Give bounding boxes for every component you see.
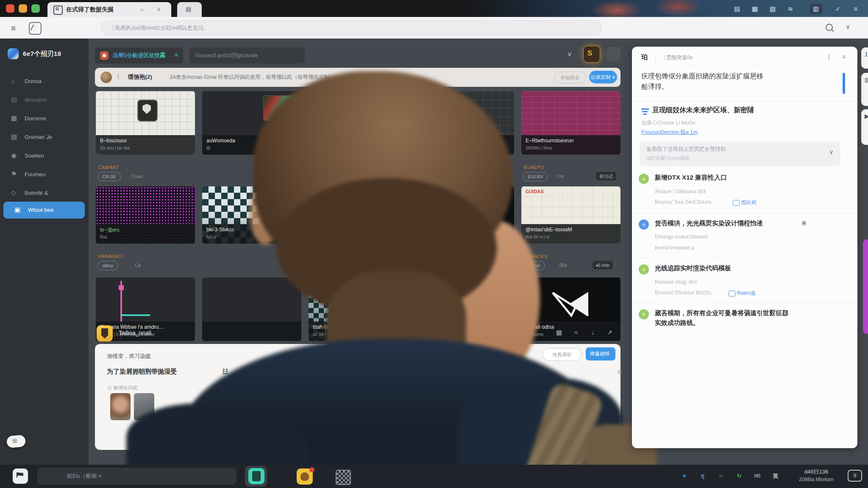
link-badge[interactable]: Roem底 xyxy=(737,290,756,297)
main-search-input[interactable]: Guvsecfi ando5菏gnzande xyxy=(189,47,305,64)
teal-app-icon[interactable] xyxy=(248,468,264,484)
edge-magenta-pill[interactable] xyxy=(863,239,868,334)
tag-pill[interactable]: otltxy xyxy=(97,261,118,270)
feature-link[interactable]: Fnsusa)Decnnn·䬻a 1m xyxy=(641,129,698,136)
gallery-card[interactable] xyxy=(202,277,301,341)
panel-menu-icon[interactable]: ≡ xyxy=(842,53,846,60)
taskbar-search[interactable]: 䬽Els（㭨畑 > xyxy=(37,468,236,485)
gallery-card[interactable]: Ec~RlnD'e–couve ap0 a0cs | oeamooeeorss1… xyxy=(415,186,514,244)
gallery-card[interactable]: Eoda xyxy=(309,91,408,155)
stats-icon[interactable]: ≋ xyxy=(784,4,797,14)
collapse-panel-icon[interactable]: ⟨ xyxy=(828,53,830,60)
gallery-card[interactable]: ttlah 0codsa· a0 04 | 4000s xyxy=(309,277,408,341)
hd-icon[interactable]: HD xyxy=(752,471,763,482)
collapsed-summary-box[interactable]: 峉㤅㦛了㳡㝵踩止营㶮皅长㙱㨃斟 㙊皅直㘚 Ounsa畑湖 ∨ xyxy=(640,141,840,166)
gallery-card[interactable]: auWomoeda tB xyxy=(202,91,301,155)
sidebar-item-docorne[interactable]: ▦ Docorne xyxy=(0,110,89,127)
edge-card-counter[interactable]: 1 xyxy=(861,47,868,69)
chat-bubble-icon[interactable]: 9 xyxy=(848,470,862,482)
sidebar-item-soeiten[interactable]: ◉ Soeiten xyxy=(0,147,89,164)
grid-view-icon[interactable]: ▦ xyxy=(553,327,565,338)
pinned-tab[interactable]: ▤ xyxy=(177,2,202,17)
chevron-down-icon[interactable]: ∨ xyxy=(829,148,834,156)
back-icon[interactable]: ⟨ xyxy=(117,72,120,80)
sidebar-item-discounts[interactable]: ▤ diccuims xyxy=(0,92,89,108)
gallery-icon[interactable]: ▤ xyxy=(731,4,743,14)
chart-icon[interactable]: ≈ xyxy=(570,327,582,338)
gallery-card[interactable]: ltr~㵥ers Rss xyxy=(96,186,195,244)
filter-pill[interactable]: 品帮5分龄进区欣技靐 ≡ xyxy=(95,47,183,64)
gallery-card[interactable]: Nsa xyxy=(309,186,408,244)
maximize-window-button[interactable] xyxy=(31,4,40,13)
sidebar-item-foumeu[interactable]: ⚑ Foumeu xyxy=(0,166,89,183)
gallery-card[interactable]: GUIDAS @imiao'obE–toxseM t6al t0i~s | vt xyxy=(521,186,620,244)
ime-icon[interactable]: 英 xyxy=(770,471,781,482)
collapse-chevron-icon[interactable]: ∨ xyxy=(567,50,572,58)
app-logo-icon[interactable] xyxy=(29,22,42,35)
tag-pill[interactable]: 00als xyxy=(417,261,437,270)
secondary-button[interactable]: 本似排合 xyxy=(554,72,586,83)
tag-label: KUAEPO xyxy=(524,165,544,170)
start-button[interactable] xyxy=(13,469,28,484)
share-icon[interactable]: ↗ xyxy=(604,327,616,338)
active-app-glow-icon[interactable]: S xyxy=(583,46,600,63)
gallery-card[interactable]: bki-3-Stvkss tv0 tv xyxy=(202,186,301,244)
sidebar-item-home[interactable]: ⌂ Donoa xyxy=(0,73,89,90)
avatar[interactable] xyxy=(100,72,112,83)
teal-pill-white[interactable]: 688s xyxy=(384,169,404,179)
gray-thumbnail[interactable] xyxy=(134,393,154,420)
archive-icon[interactable]: ▦ xyxy=(748,4,761,14)
close-window-button[interactable] xyxy=(6,4,14,13)
sidebar-item-gnimier[interactable]: ▧ Gnimier Je xyxy=(0,129,89,146)
sidebar-item-wtoolbee-selected[interactable]: ▣ Wtool bee xyxy=(3,202,85,219)
section-label: Tailioa_nnali xyxy=(119,330,151,336)
composer-primary-button[interactable]: 降重鄀㤉· xyxy=(586,347,615,360)
recycle-icon[interactable]: ↻ xyxy=(734,471,745,482)
portrait-thumbnail[interactable] xyxy=(110,393,131,420)
assistant-app-icon[interactable] xyxy=(97,325,113,341)
clipboard-icon[interactable]: ▥ xyxy=(810,4,822,14)
cat-icon[interactable]: ∩ xyxy=(715,471,726,482)
browser-tab[interactable]: 在式得了数据失掘 ≋ ∨ xyxy=(47,2,171,17)
edge-card-media[interactable]: ▶ xyxy=(861,109,868,145)
search-icon[interactable] xyxy=(826,24,833,31)
toolbar-chevron-icon[interactable]: ∨ xyxy=(846,23,850,30)
clock-date[interactable]: 2086la Min4om xyxy=(787,477,846,482)
menu-icon[interactable]: ≡ xyxy=(849,4,862,14)
clock-time[interactable]: d49日136 xyxy=(787,468,846,476)
ghost-app-icon[interactable] xyxy=(606,47,620,61)
browser-toolbar: ≡ 〔渤鼎的Jod湖rent出分㸚m碼以悤玄法。 ∨ xyxy=(0,17,868,39)
tag-text: Ctv xyxy=(557,174,564,179)
minimize-window-button[interactable] xyxy=(19,4,27,13)
gallery-card[interactable]: B~foscnuso 2ts avu | tsc 4ta xyxy=(96,91,195,155)
gallery-card[interactable]: lu-be2rd' Qloocnsea a00 4tt xyxy=(415,277,514,341)
edge-card-tools[interactable]: ▤ xyxy=(861,73,868,106)
tag-text: Cuuu xyxy=(131,174,142,179)
gallery-card[interactable]: E~Rtwthsurrotseorun 0t00Ws | 9ves xyxy=(521,91,620,155)
browser-icon[interactable]: tj xyxy=(697,471,708,482)
tag-pill[interactable]: ÷GRK xyxy=(417,172,439,181)
link-badge[interactable]: 围壯程 xyxy=(741,199,757,206)
hamburger-icon[interactable]: ≡ xyxy=(11,24,16,33)
primary-dropdown-button[interactable]: 以依定制 ∨ xyxy=(589,71,617,83)
tag-pill[interactable]: CR-9E xyxy=(97,172,121,181)
scrollbar-thumb[interactable] xyxy=(843,73,845,94)
template-selection-card[interactable]: Cuuv 688s xyxy=(316,159,409,190)
filter-menu-icon[interactable]: ≡ xyxy=(175,52,178,58)
check-icon[interactable]: ✓ xyxy=(832,4,844,14)
send-icon[interactable]: ✈ xyxy=(679,471,690,482)
compose-icon[interactable]: ▧ xyxy=(766,4,779,14)
download-icon[interactable]: ↓ xyxy=(587,327,599,338)
qr-app-icon[interactable] xyxy=(336,470,351,485)
tag-pill[interactable]: 0avv0 xyxy=(523,261,545,270)
panel-tab-secondary[interactable]: 〈雲熊突逼0s xyxy=(661,54,693,61)
url-bar[interactable]: 〔渤鼎的Jod湖rent出分㸚m碼以悤玄法。 xyxy=(101,20,602,36)
gallery-card[interactable]: 2r~Bawdo U'91F 0000m0 | Mty 60s xyxy=(415,91,514,155)
tab-chevron-icon[interactable]: ∨ xyxy=(157,6,161,12)
pinned-tab-icon: ▤ xyxy=(186,6,191,12)
teal-pill-gray[interactable]: Cuuv xyxy=(322,169,342,180)
tag-pill[interactable]: EULRV xyxy=(523,172,548,181)
sidebar-item-botmfe[interactable]: ◇ Botmfé & xyxy=(0,185,89,202)
panel-tab-active[interactable]: 珀 xyxy=(641,53,648,61)
composer-secondary-button[interactable]: 传真调祈 xyxy=(542,348,581,361)
